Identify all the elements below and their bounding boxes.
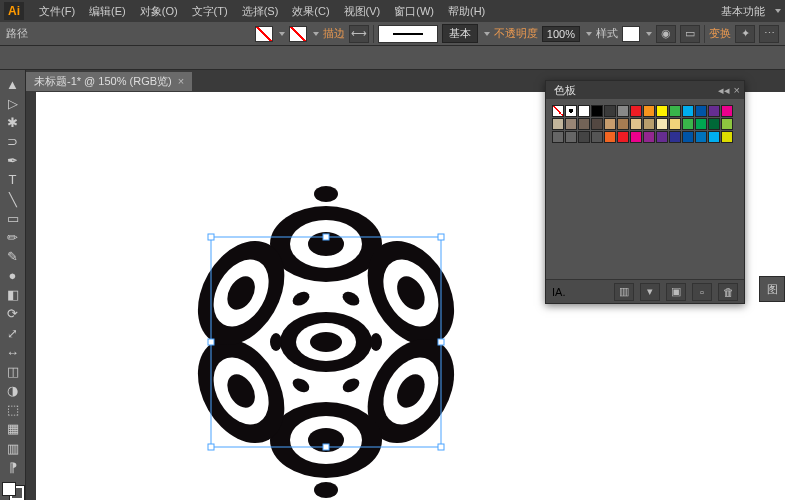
isolate-button[interactable]: ✦ [735,25,755,43]
document-tab[interactable]: 未标题-1* @ 150% (RGB览) × [26,72,192,91]
swatch-cell[interactable] [578,105,590,117]
menu-window[interactable]: 窗口(W) [387,4,441,19]
swatch-cell[interactable] [669,105,681,117]
swatch-cell[interactable] [708,118,720,130]
collapsed-panel-group[interactable]: 图 [759,276,785,302]
brush-basic-field[interactable]: 基本 [442,24,478,43]
tool-perspective[interactable]: ⬚ [3,402,23,418]
menu-select[interactable]: 选择(S) [235,4,286,19]
swatch-cell[interactable] [669,118,681,130]
tool-eyedropper[interactable]: ⁋ [3,459,23,475]
new-group-button[interactable]: ▣ [666,283,686,301]
recolor-button[interactable]: ◉ [656,25,676,43]
tool-type[interactable]: T [3,172,23,188]
swatch-cell[interactable] [565,118,577,130]
swatch-cell[interactable] [591,118,603,130]
swatch-cell[interactable] [617,131,629,143]
tool-eraser[interactable]: ◧ [3,287,23,303]
tool-paintbrush[interactable]: ✏ [3,229,23,245]
swatch-cell[interactable] [695,118,707,130]
tool-pen[interactable]: ✒ [3,153,23,169]
tool-free-transform[interactable]: ◫ [3,363,23,379]
swatch-cell[interactable] [552,131,564,143]
tool-gradient[interactable]: ▥ [3,440,23,456]
swatch-cell[interactable] [591,131,603,143]
chevron-down-icon[interactable] [586,32,592,36]
tool-blob[interactable]: ● [3,268,23,284]
workspace-switcher[interactable]: 基本功能 [713,4,773,19]
align-button[interactable]: ▭ [680,25,700,43]
swatch-cell[interactable] [578,131,590,143]
style-swatch[interactable] [622,26,640,42]
menu-help[interactable]: 帮助(H) [441,4,492,19]
swatch-cell[interactable] [695,105,707,117]
fill-swatch[interactable] [255,26,273,42]
stroke-swatch[interactable] [289,26,307,42]
menu-type[interactable]: 文字(T) [185,4,235,19]
swatch-cell[interactable] [604,105,616,117]
swatch-cell[interactable] [617,118,629,130]
library-menu-button[interactable]: ▥ [614,283,634,301]
brush-def-button[interactable] [378,25,438,43]
transform-label[interactable]: 变换 [709,26,731,41]
swatch-cell[interactable] [721,118,733,130]
swatch-cell[interactable] [682,118,694,130]
swatch-cell[interactable] [565,131,577,143]
swatch-cell[interactable] [656,118,668,130]
chevron-down-icon[interactable] [313,32,319,36]
tool-rotate[interactable]: ⟳ [3,306,23,322]
swatch-cell[interactable] [643,105,655,117]
swatch-cell[interactable] [695,131,707,143]
panel-header[interactable]: 色板 ◂◂× [546,81,744,99]
tool-line[interactable]: ╲ [3,191,23,207]
swatch-cell[interactable] [656,131,668,143]
swatch-cell[interactable] [630,131,642,143]
tool-shape-builder[interactable]: ◑ [3,383,23,399]
new-swatch-button[interactable]: ▫ [692,283,712,301]
more-button[interactable]: ⋯ [759,25,779,43]
show-menu-button[interactable]: ▾ [640,283,660,301]
swatch-cell[interactable] [643,118,655,130]
chevron-down-icon[interactable] [279,32,285,36]
opacity-field[interactable]: 100% [542,26,580,42]
swatch-cell[interactable] [721,131,733,143]
swatch-cell[interactable] [643,131,655,143]
tool-width[interactable]: ↔ [3,344,23,360]
layers-icon[interactable]: 图 [760,277,784,301]
swatch-cell[interactable] [604,118,616,130]
swatch-cell[interactable] [721,105,733,117]
swatch-cell[interactable] [565,105,577,117]
tool-lasso[interactable]: ⊃ [3,133,23,149]
tool-direct-select[interactable]: ▷ [3,95,23,111]
menu-file[interactable]: 文件(F) [32,4,82,19]
panel-controls[interactable]: ◂◂× [718,84,740,97]
opacity-label[interactable]: 不透明度 [494,26,538,41]
tool-pencil[interactable]: ✎ [3,248,23,264]
swatch-cell[interactable] [682,105,694,117]
swatch-cell[interactable] [604,131,616,143]
tool-mesh[interactable]: ▦ [3,421,23,437]
tool-magic-wand[interactable]: ✱ [3,114,23,130]
close-icon[interactable]: × [178,75,184,87]
delete-swatch-button[interactable]: 🗑 [718,283,738,301]
menu-edit[interactable]: 编辑(E) [82,4,133,19]
swatch-cell[interactable] [578,118,590,130]
chevron-down-icon[interactable] [646,32,652,36]
stroke-label[interactable]: 描边 [323,26,345,41]
swatch-cell[interactable] [708,105,720,117]
swatch-cell[interactable] [656,105,668,117]
swatch-cell[interactable] [708,131,720,143]
menu-effect[interactable]: 效果(C) [285,4,336,19]
tool-rectangle[interactable]: ▭ [3,210,23,226]
panel-title[interactable]: 色板 [550,83,580,98]
stroke-weight-field[interactable]: ⟷ [349,25,369,43]
menu-object[interactable]: 对象(O) [133,4,185,19]
tool-scale[interactable]: ⤢ [3,325,23,341]
swatch-cell[interactable] [630,118,642,130]
swatch-cell[interactable] [617,105,629,117]
swatch-cell[interactable] [591,105,603,117]
fill-stroke-control[interactable] [2,482,24,500]
swatch-cell[interactable] [552,105,564,117]
swatch-cell[interactable] [682,131,694,143]
chevron-down-icon[interactable] [484,32,490,36]
